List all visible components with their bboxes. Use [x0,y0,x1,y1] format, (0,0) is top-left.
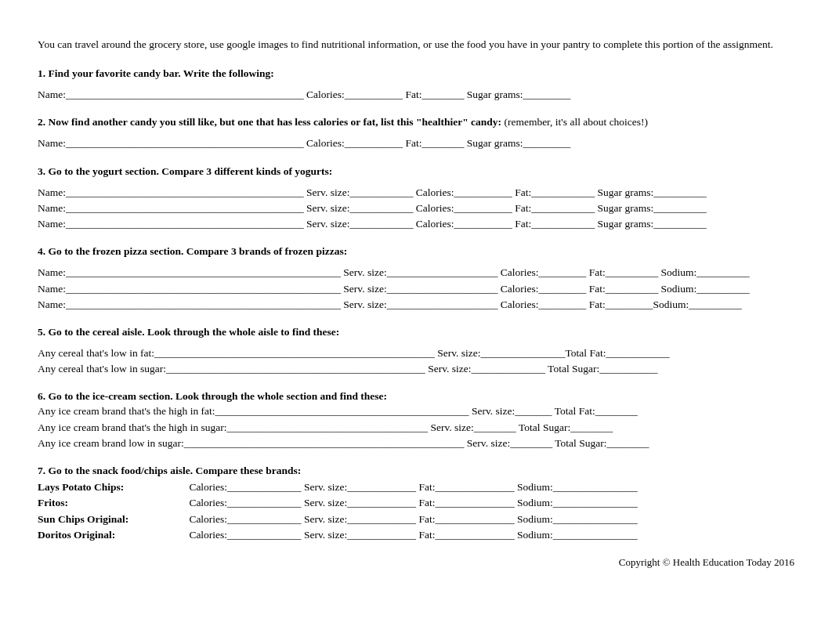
q6-row-1[interactable]: Any ice cream brand that's the high in f… [38,404,794,418]
q2-fields[interactable]: Name:___________________________________… [38,136,794,150]
q4-row-2[interactable]: Name:___________________________________… [38,282,794,296]
q6-row-3[interactable]: Any ice cream brand low in sugar:_______… [38,436,794,450]
q5-row-2[interactable]: Any cereal that's low in sugar:_________… [38,362,794,376]
q4-row-1[interactable]: Name:___________________________________… [38,266,794,280]
q2-heading-bold: 2. Now find another candy you still like… [38,116,501,128]
q7-brand-row-3[interactable]: Sun Chips Original: Calories:___________… [38,512,794,526]
q6-heading: 6. Go to the ice-cream section. Look thr… [38,390,794,403]
q3-row-1[interactable]: Name:___________________________________… [38,186,794,200]
q7-brand-row-2[interactable]: Fritos: Calories:______________ Serv. si… [38,496,794,510]
q7-brand-3: Sun Chips Original: [38,512,186,526]
q7-brand-2: Fritos: [38,496,186,510]
q7-brand-row-1[interactable]: Lays Potato Chips: Calories:____________… [38,480,794,494]
q1-fields[interactable]: Name:___________________________________… [38,88,794,102]
q7-brand-1: Lays Potato Chips: [38,480,186,494]
q4-heading: 4. Go to the frozen pizza section. Compa… [38,245,794,258]
q7-heading: 7. Go to the snack food/chips aisle. Com… [38,465,794,477]
q5-row-1[interactable]: Any cereal that's low in fat:___________… [38,346,794,360]
q7-brand-1-fields[interactable]: Calories:______________ Serv. size:_____… [189,481,637,493]
q1-heading: 1. Find your favorite candy bar. Write t… [38,67,794,80]
copyright-footer: Copyright © Health Education Today 2016 [38,556,794,569]
q7-brand-3-fields[interactable]: Calories:______________ Serv. size:_____… [189,513,637,525]
q2-heading-note: (remember, it's all about choices!) [501,116,648,128]
q7-brand-row-4[interactable]: Doritos Original: Calories:_____________… [38,528,794,542]
q3-row-3[interactable]: Name:___________________________________… [38,217,794,231]
q7-brand-2-fields[interactable]: Calories:______________ Serv. size:_____… [189,497,637,508]
q3-row-2[interactable]: Name:___________________________________… [38,201,794,215]
q3-heading: 3. Go to the yogurt section. Compare 3 d… [38,165,794,178]
q7-brand-4-fields[interactable]: Calories:______________ Serv. size:_____… [189,529,637,541]
q6-row-2[interactable]: Any ice cream brand that's the high in s… [38,421,794,435]
intro-text: You can travel around the grocery store,… [38,38,794,52]
q7-brand-4: Doritos Original: [38,528,186,542]
q5-heading: 5. Go to the cereal aisle. Look through … [38,326,794,338]
q4-row-3[interactable]: Name:___________________________________… [38,298,794,312]
q2-heading: 2. Now find another candy you still like… [38,116,794,128]
